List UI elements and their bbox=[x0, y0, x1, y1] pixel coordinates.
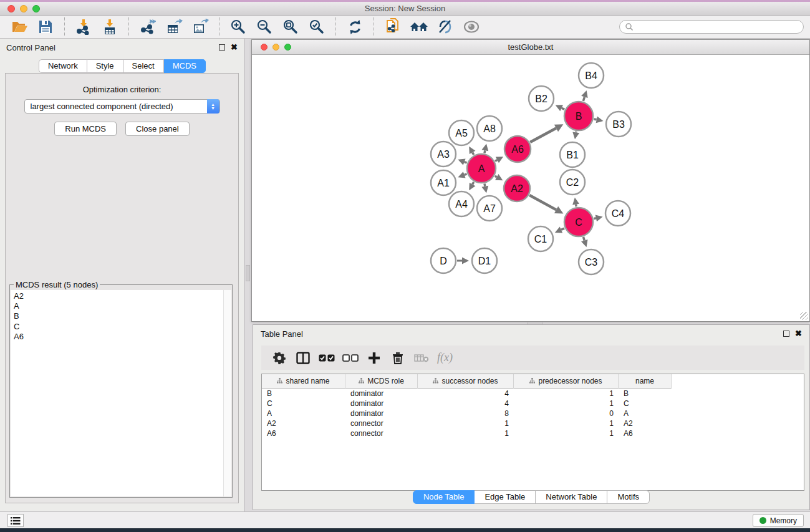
show-graphics-icon[interactable] bbox=[461, 17, 481, 36]
result-list-item[interactable]: A bbox=[14, 301, 231, 311]
table-row[interactable]: A6connector11A6 bbox=[262, 428, 804, 438]
function-builder-icon[interactable]: f(x) bbox=[433, 349, 453, 367]
graph-edge[interactable] bbox=[562, 108, 565, 109]
graph-edge[interactable] bbox=[594, 218, 595, 219]
show-column-icon[interactable] bbox=[291, 349, 315, 367]
save-session-icon[interactable] bbox=[36, 17, 55, 36]
export-image-icon[interactable] bbox=[190, 17, 210, 36]
graph-edge[interactable] bbox=[583, 237, 584, 241]
network-window-titlebar[interactable]: testGlobe.txt bbox=[252, 40, 809, 55]
open-file-icon[interactable] bbox=[9, 17, 29, 36]
table-cell[interactable]: dominator bbox=[345, 409, 418, 418]
table-cell[interactable]: connector bbox=[345, 428, 418, 438]
table-cell[interactable]: A bbox=[619, 409, 672, 418]
tab-network[interactable]: Network bbox=[39, 59, 87, 73]
result-list-item[interactable]: A6 bbox=[14, 332, 231, 342]
float-panel-icon[interactable] bbox=[219, 44, 225, 51]
graph-edge[interactable] bbox=[485, 150, 485, 153]
tab-style[interactable]: Style bbox=[87, 59, 123, 73]
resize-grip-icon[interactable] bbox=[800, 312, 808, 320]
table-cell[interactable]: A2 bbox=[619, 418, 672, 428]
table-cell[interactable]: A6 bbox=[262, 428, 345, 438]
table-cell[interactable]: A bbox=[262, 409, 345, 418]
table-cell[interactable]: 1 bbox=[514, 428, 619, 438]
column-header-MCDS-role[interactable]: MCDS role bbox=[345, 374, 418, 389]
cybrowser-home-icon[interactable] bbox=[409, 17, 429, 36]
result-list-item[interactable]: C bbox=[14, 322, 231, 332]
zoom-in-icon[interactable] bbox=[228, 17, 248, 36]
tab-node-table[interactable]: Node Table bbox=[413, 490, 475, 504]
graph-edge[interactable] bbox=[465, 174, 467, 175]
delete-table-icon[interactable] bbox=[410, 349, 433, 367]
table-row[interactable]: Bdominator41B bbox=[262, 389, 804, 399]
table-cell[interactable]: B bbox=[619, 389, 672, 399]
select-all-columns-icon[interactable] bbox=[315, 349, 339, 367]
graph-edge[interactable] bbox=[485, 183, 485, 186]
graph-edge[interactable] bbox=[495, 160, 497, 161]
column-header-shared-name[interactable]: shared name bbox=[262, 374, 345, 389]
import-network-icon[interactable] bbox=[74, 17, 94, 36]
table-cell[interactable]: A2 bbox=[262, 418, 345, 428]
column-header-successor-nodes[interactable]: successor nodes bbox=[418, 374, 514, 389]
close-panel-icon[interactable]: ✖ bbox=[231, 44, 238, 51]
node-table[interactable]: shared nameMCDS rolesuccessor nodesprede… bbox=[261, 374, 804, 491]
graph-edge[interactable] bbox=[594, 119, 596, 120]
table-cell[interactable]: connector bbox=[345, 418, 418, 428]
float-table-panel-icon[interactable] bbox=[783, 331, 789, 337]
tab-mcds[interactable]: MCDS bbox=[164, 59, 206, 73]
hide-graphics-icon[interactable] bbox=[435, 17, 455, 36]
column-header-predecessor-nodes[interactable]: predecessor nodes bbox=[514, 374, 619, 389]
table-cell[interactable]: 1 bbox=[514, 399, 619, 409]
result-scrollbar[interactable] bbox=[223, 290, 231, 496]
result-list-item[interactable]: B bbox=[14, 311, 231, 321]
table-cell[interactable]: 8 bbox=[418, 409, 514, 418]
table-cell[interactable]: B bbox=[262, 389, 345, 399]
unselect-all-columns-icon[interactable] bbox=[339, 349, 362, 367]
tab-motifs[interactable]: Motifs bbox=[607, 490, 650, 504]
network-from-selection-icon[interactable] bbox=[383, 17, 403, 36]
criterion-select[interactable]: largest connected component (directed) ▲… bbox=[24, 99, 220, 114]
run-mcds-button[interactable]: Run MCDS bbox=[54, 122, 117, 136]
add-column-icon[interactable] bbox=[362, 349, 386, 367]
table-row[interactable]: Adominator80A bbox=[262, 409, 804, 418]
export-table-icon[interactable] bbox=[164, 17, 184, 36]
graph-edge[interactable] bbox=[495, 176, 497, 177]
mcds-result-list[interactable]: A2ABCA6 bbox=[11, 290, 231, 496]
table-cell[interactable]: A6 bbox=[619, 428, 672, 438]
export-network-icon[interactable] bbox=[138, 17, 158, 36]
task-history-button[interactable] bbox=[7, 514, 24, 527]
refresh-layout-icon[interactable] bbox=[345, 17, 365, 36]
network-canvas[interactable]: B4B2BB3B1C2A5A8A6A3AA1A4A7A2CC4C1C3DD1 bbox=[252, 55, 809, 321]
zoom-out-icon[interactable] bbox=[254, 17, 274, 36]
close-table-panel-icon[interactable]: ✖ bbox=[795, 331, 802, 337]
table-row[interactable]: A2connector11A2 bbox=[262, 418, 804, 428]
table-cell[interactable]: C bbox=[619, 399, 672, 409]
zoom-selected-icon[interactable] bbox=[307, 17, 327, 36]
settings-gear-icon[interactable] bbox=[268, 349, 291, 367]
table-cell[interactable]: 0 bbox=[514, 409, 619, 418]
graph-edge[interactable] bbox=[473, 152, 474, 155]
graph-edge[interactable] bbox=[583, 97, 584, 101]
result-list-item[interactable]: A2 bbox=[14, 291, 231, 301]
tab-network-table[interactable]: Network Table bbox=[536, 490, 607, 504]
table-cell[interactable]: 1 bbox=[514, 389, 619, 399]
import-table-icon[interactable] bbox=[100, 17, 120, 36]
graph-edge[interactable] bbox=[473, 182, 474, 185]
graph-edge[interactable] bbox=[465, 162, 467, 163]
zoom-fit-icon[interactable] bbox=[281, 17, 301, 36]
column-header-name[interactable]: name bbox=[619, 374, 672, 389]
splitpane-vertical-handle[interactable] bbox=[246, 265, 250, 281]
tab-edge-table[interactable]: Edge Table bbox=[475, 490, 536, 504]
table-cell[interactable]: 4 bbox=[418, 389, 514, 399]
table-cell[interactable]: 1 bbox=[418, 418, 514, 428]
memory-button[interactable]: Memory bbox=[753, 514, 804, 527]
table-cell[interactable]: dominator bbox=[345, 399, 418, 409]
graph-edge[interactable] bbox=[529, 195, 556, 210]
graph-edge[interactable] bbox=[530, 128, 556, 143]
table-cell[interactable]: dominator bbox=[345, 389, 418, 399]
tab-select[interactable]: Select bbox=[123, 59, 164, 73]
graph-edge[interactable] bbox=[576, 205, 577, 207]
table-cell[interactable]: 4 bbox=[418, 399, 514, 409]
table-row[interactable]: Cdominator41C bbox=[262, 399, 804, 409]
table-cell[interactable]: C bbox=[262, 399, 345, 409]
